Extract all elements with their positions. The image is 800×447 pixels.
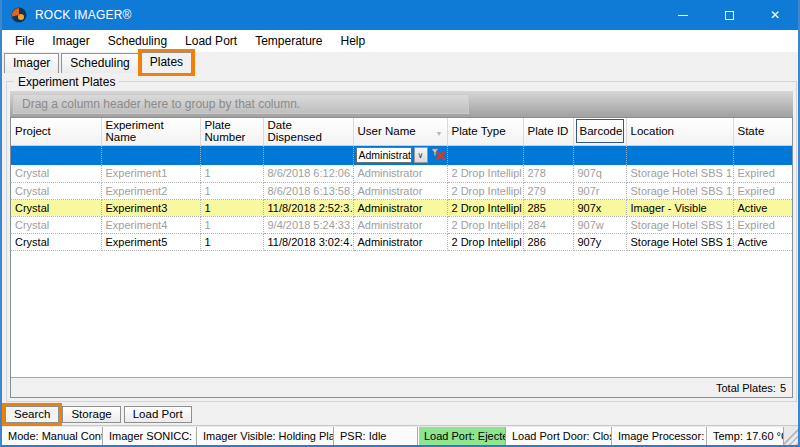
resize-grip[interactable] <box>784 427 798 445</box>
filter-cell[interactable] <box>11 145 101 165</box>
table-cell: Active <box>733 199 792 216</box>
table-cell: 907r <box>573 182 626 199</box>
tab-search[interactable]: Search <box>5 406 59 423</box>
grid-empty-area <box>11 251 792 378</box>
status-load-port-door: Load Port Door: Closed <box>506 427 612 445</box>
clear-filter-button[interactable] <box>430 147 447 163</box>
tab-load-port[interactable]: Load Port <box>124 406 192 423</box>
table-cell: Experiment2 <box>101 182 200 199</box>
close-button[interactable]: ✕ <box>752 0 798 30</box>
table-cell: 286 <box>523 233 573 250</box>
table-row[interactable]: CrystalExperiment419/4/2018 5:24:33…Admi… <box>11 216 792 233</box>
plates-grid: Project Experiment Name Plate Number Dat… <box>10 117 793 398</box>
maximize-button[interactable] <box>706 0 752 30</box>
table-cell: 907w <box>573 216 626 233</box>
table-cell: Imager - Visible <box>626 199 733 216</box>
column-header-barcode[interactable]: Barcode <box>573 118 626 145</box>
table-cell: Experiment5 <box>101 233 200 250</box>
table-cell: 11/8/2018 3:02:4… <box>263 233 353 250</box>
table-cell: Crystal <box>11 182 101 199</box>
menu-item-file[interactable]: File <box>6 32 43 50</box>
minimize-button[interactable] <box>660 0 706 30</box>
filter-cell[interactable] <box>523 145 573 165</box>
filter-dropdown-arrow-icon[interactable]: ▼ <box>436 128 443 140</box>
table-cell: 9/4/2018 5:24:33… <box>263 216 353 233</box>
main-tab-strip: Imager Scheduling Plates <box>2 52 798 73</box>
column-header-project[interactable]: Project <box>11 118 101 145</box>
close-icon: ✕ <box>770 8 780 22</box>
table-cell: Experiment3 <box>101 199 200 216</box>
table-cell: Administrator <box>353 165 447 182</box>
total-plates-label: Total Plates: <box>716 382 776 394</box>
filter-dropdown-button[interactable]: ∨ <box>414 147 428 163</box>
tab-storage[interactable]: Storage <box>62 406 120 423</box>
tab-imager[interactable]: Imager <box>4 53 59 73</box>
filter-cell[interactable] <box>263 145 353 165</box>
column-header-plate-number[interactable]: Plate Number <box>200 118 263 145</box>
menu-item-temperature[interactable]: Temperature <box>246 32 331 50</box>
column-header-date-dispensed[interactable]: Date Dispensed <box>263 118 353 145</box>
table-cell: 284 <box>523 216 573 233</box>
window-title: ROCK IMAGER® <box>35 8 132 22</box>
table-cell: 1 <box>200 182 263 199</box>
column-header-experiment-name[interactable]: Experiment Name <box>101 118 200 145</box>
status-mode: Mode: Manual Control <box>2 427 103 445</box>
menu-item-help[interactable]: Help <box>332 32 375 50</box>
menu-item-load-port[interactable]: Load Port <box>176 32 246 50</box>
tab-scheduling[interactable]: Scheduling <box>61 53 138 73</box>
status-bar: Mode: Manual Control Imager SONICC: Idle… <box>2 425 798 445</box>
table-cell: 278 <box>523 165 573 182</box>
column-header-location[interactable]: Location <box>626 118 733 145</box>
table-cell: Storage Hotel SBS 1… <box>626 233 733 250</box>
groupbox-title: Experiment Plates <box>14 75 119 89</box>
filter-cell[interactable] <box>626 145 733 165</box>
menu-item-imager[interactable]: Imager <box>43 32 98 50</box>
table-cell: Crystal <box>11 165 101 182</box>
filter-cell[interactable] <box>200 145 263 165</box>
table-cell: Storage Hotel SBS 1… <box>626 216 733 233</box>
filter-cell[interactable] <box>447 145 523 165</box>
table-cell: Storage Hotel SBS 1… <box>626 165 733 182</box>
table-cell: 279 <box>523 182 573 199</box>
status-imager-sonicc: Imager SONICC: Idle <box>103 427 197 445</box>
column-header-plate-type[interactable]: Plate Type <box>447 118 523 145</box>
table-row[interactable]: CrystalExperiment3111/8/2018 2:52:3…Admi… <box>11 199 792 216</box>
auto-filter-row: Administrator ∨ <box>11 145 792 165</box>
column-header-plate-id[interactable]: Plate ID <box>523 118 573 145</box>
table-header-row: Project Experiment Name Plate Number Dat… <box>11 118 792 145</box>
menu-bar: File Imager Scheduling Load Port Tempera… <box>2 30 798 52</box>
table-cell: 907x <box>573 199 626 216</box>
table-cell: Expired <box>733 216 792 233</box>
table-cell: 2 Drop Intellipl… <box>447 216 523 233</box>
table-row[interactable]: CrystalExperiment118/6/2018 6:12:06…Admi… <box>11 165 792 182</box>
app-window: ROCK IMAGER® ✕ File Imager Scheduling Lo… <box>0 0 800 447</box>
filter-cell[interactable] <box>101 145 200 165</box>
table-row[interactable]: CrystalExperiment5111/8/2018 3:02:4…Admi… <box>11 233 792 250</box>
barcode-header-focus-box: Barcode <box>576 119 624 143</box>
grid-footer: Total Plates: 5 <box>11 377 792 397</box>
table-cell: Administrator <box>353 233 447 250</box>
tab-plates[interactable]: Plates <box>141 52 192 73</box>
app-logo-icon <box>11 7 27 23</box>
bottom-tab-strip: Search Storage Load Port <box>2 405 798 425</box>
table-cell: Expired <box>733 165 792 182</box>
status-load-port: Load Port: Ejected <box>418 427 506 445</box>
column-header-user-name[interactable]: User Name ▼ <box>353 118 447 145</box>
table-cell: 8/6/2018 6:12:06… <box>263 165 353 182</box>
user-name-filter-input[interactable]: Administrator <box>356 147 412 163</box>
status-temperature: Temp: 17.60 °C <box>707 427 784 445</box>
group-by-drop-zone[interactable]: Drag a column header here to group by th… <box>10 91 793 117</box>
table-cell: 8/6/2018 6:13:58… <box>263 182 353 199</box>
column-header-state[interactable]: State <box>733 118 792 145</box>
table-row[interactable]: CrystalExperiment218/6/2018 6:13:58…Admi… <box>11 182 792 199</box>
filter-cell[interactable] <box>573 145 626 165</box>
filter-cell[interactable] <box>733 145 792 165</box>
title-bar: ROCK IMAGER® ✕ <box>2 0 798 30</box>
menu-item-scheduling[interactable]: Scheduling <box>99 32 176 50</box>
table-cell: Crystal <box>11 199 101 216</box>
status-imager-visible: Imager Visible: Holding Plate <box>197 427 334 445</box>
table-cell: 1 <box>200 233 263 250</box>
table-cell: 11/8/2018 2:52:3… <box>263 199 353 216</box>
filter-cell-user-name: Administrator ∨ <box>353 145 447 165</box>
table-cell: Crystal <box>11 233 101 250</box>
